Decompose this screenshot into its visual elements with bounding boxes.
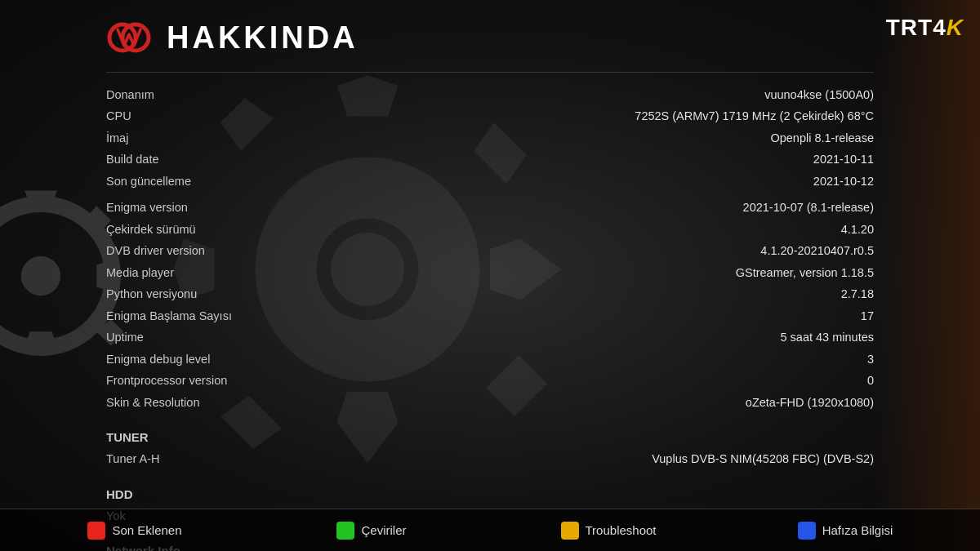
row-label: DVB driver version <box>106 242 205 260</box>
section-header: HDD <box>106 483 874 505</box>
bottom-btn-label: Çeviriler <box>361 523 406 537</box>
section-header: TUNER <box>106 426 874 448</box>
trt-number: 4 <box>933 15 947 40</box>
trt-logo: TRT4K <box>886 15 964 41</box>
vuplus-logo-icon <box>106 15 152 60</box>
table-row: Enigma Başlama Sayısı17 <box>106 305 874 327</box>
row-label: Tuner A-H <box>106 450 160 468</box>
row-value: 4.1.20-20210407.r0.5 <box>760 242 874 260</box>
green-button-dot <box>336 522 354 540</box>
row-label: İmaj <box>106 129 128 147</box>
table-row: Frontprocessor version0 <box>106 370 874 391</box>
table-row: Uptime5 saat 43 minutes <box>106 327 874 348</box>
table-row: Python versiyonu2.7.18 <box>106 283 874 304</box>
table-row: DVB driver version4.1.20-20210407.r0.5 <box>106 240 874 261</box>
trt-text: TRT <box>886 15 933 40</box>
table-row: Skin & ResolutionoZeta-FHD (1920x1080) <box>106 392 874 413</box>
bottom-btn-hafıza-bilgisi[interactable]: Hafıza Bilgisi <box>727 522 964 540</box>
row-label: Enigma Başlama Sayısı <box>106 307 232 325</box>
row-value: 3 <box>867 350 874 368</box>
page-header: HAKKINDA <box>106 0 874 73</box>
row-value: 2.7.18 <box>841 285 874 303</box>
section-header-label: TUNER <box>106 428 149 447</box>
row-label: Son güncelleme <box>106 172 191 190</box>
row-label: Python versiyonu <box>106 285 197 303</box>
table-row: CPU7252S (ARMv7) 1719 MHz (2 Çekirdek) 6… <box>106 105 874 127</box>
row-value: 2021-10-07 (8.1-release) <box>743 198 874 216</box>
blue-button-dot <box>798 522 816 540</box>
row-label: Frontprocessor version <box>106 371 227 389</box>
main-content: HAKKINDA Donanımvuuno4kse (1500A0)CPU725… <box>106 0 874 551</box>
table-row: Enigma version2021-10-07 (8.1-release) <box>106 197 874 218</box>
row-label: Skin & Resolution <box>106 393 199 411</box>
row-value: oZeta-FHD (1920x1080) <box>746 393 874 411</box>
table-row: Son güncelleme2021-10-12 <box>106 171 874 192</box>
row-value: GStreamer, version 1.18.5 <box>736 264 874 282</box>
row-label: Media player <box>106 264 174 282</box>
row-value: 5 saat 43 minutes <box>781 328 874 346</box>
table-row: Donanımvuuno4kse (1500A0) <box>106 84 874 105</box>
bottom-btn-label: Hafıza Bilgisi <box>822 523 893 537</box>
table-row: Çekirdek sürümü4.1.20 <box>106 219 874 240</box>
row-value: 0 <box>867 371 874 389</box>
table-row: Build date2021-10-11 <box>106 149 874 170</box>
row-value: 7252S (ARMv7) 1719 MHz (2 Çekirdek) 68°C <box>635 107 874 125</box>
bottom-btn-troubleshoot[interactable]: Troubleshoot <box>490 522 727 540</box>
row-label: Donanım <box>106 86 154 104</box>
bottom-btn-son-eklenen[interactable]: Son Eklenen <box>16 522 253 540</box>
info-table: Donanımvuuno4kse (1500A0)CPU7252S (ARMv7… <box>106 81 874 551</box>
bottom-btn-çeviriler[interactable]: Çeviriler <box>253 522 490 540</box>
row-value: 2021-10-12 <box>813 172 874 190</box>
bottom-btn-label: Son Eklenen <box>112 523 181 537</box>
row-label: Build date <box>106 150 159 168</box>
row-value: Vuplus DVB-S NIM(45208 FBC) (DVB-S2) <box>652 450 874 468</box>
row-value: 2021-10-11 <box>813 150 874 168</box>
table-row: Enigma debug level3 <box>106 349 874 370</box>
section-header-label: HDD <box>106 485 133 504</box>
table-row: Tuner A-HVuplus DVB-S NIM(45208 FBC) (DV… <box>106 448 874 469</box>
row-value: 4.1.20 <box>841 220 874 238</box>
row-value: 17 <box>861 307 874 325</box>
red-button-dot <box>87 522 105 540</box>
row-label: Enigma version <box>106 198 188 216</box>
svg-point-3 <box>21 256 60 295</box>
bottom-bar: Son EklenenÇevirilerTroubleshootHafıza B… <box>0 509 980 551</box>
row-label: Enigma debug level <box>106 350 210 368</box>
row-label: Çekirdek sürümü <box>106 220 196 238</box>
right-panel-decoration <box>874 0 980 551</box>
row-label: Uptime <box>106 328 144 346</box>
trt-k: K <box>947 15 964 40</box>
bottom-btn-label: Troubleshoot <box>586 523 657 537</box>
row-value: Openpli 8.1-release <box>770 129 874 147</box>
table-row: Media playerGStreamer, version 1.18.5 <box>106 262 874 283</box>
page-title: HAKKINDA <box>167 20 359 56</box>
yellow-button-dot <box>561 522 579 540</box>
row-value: vuuno4kse (1500A0) <box>764 86 874 104</box>
table-row: İmajOpenpli 8.1-release <box>106 127 874 149</box>
row-label: CPU <box>106 107 131 125</box>
